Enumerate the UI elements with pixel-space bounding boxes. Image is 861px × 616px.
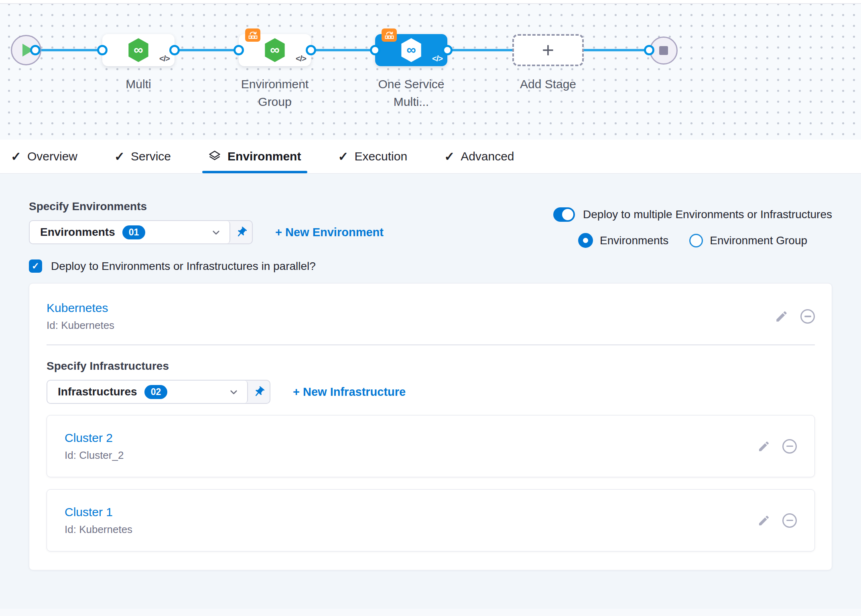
tab-advanced[interactable]: ✓ Advanced — [444, 140, 514, 173]
edit-environment-button[interactable] — [775, 310, 788, 323]
environment-title-link[interactable]: Kubernetes — [47, 301, 114, 315]
radio-unselected-icon — [689, 234, 703, 247]
remove-environment-button[interactable] — [800, 309, 815, 324]
infrastructures-dropdown-value-area[interactable]: Infrastructures 02 — [47, 381, 248, 403]
radio-environments[interactable]: Environments — [578, 233, 668, 248]
pin-infrastructures-button[interactable] — [248, 381, 270, 403]
pipeline-canvas[interactable]: ∞ </> ∞ </> — [0, 4, 861, 140]
parallel-deploy-checkbox-label: Deploy to Environments or Infrastructure… — [51, 260, 316, 273]
check-icon: ✓ — [11, 149, 21, 164]
connector-port — [306, 45, 316, 55]
environments-dropdown[interactable]: Environments 01 — [29, 220, 253, 244]
stage-label: Multi — [90, 75, 187, 93]
parallel-deploy-checkbox[interactable]: ✓ — [29, 259, 42, 273]
infinity-hexagon-icon: ∞ — [400, 37, 423, 63]
minus-circle-icon — [782, 513, 797, 528]
multi-environments-toggle[interactable] — [553, 207, 575, 222]
infinity-glyph: ∞ — [127, 37, 150, 63]
infrastructures-dropdown[interactable]: Infrastructures 02 — [47, 380, 270, 404]
tab-overview[interactable]: ✓ Overview — [11, 140, 77, 173]
infinity-glyph: ∞ — [263, 37, 286, 63]
environment-tab-content: Specify Environments Environments 01 + N… — [0, 174, 861, 570]
stage-label: Environment Group — [227, 75, 323, 111]
pencil-icon — [775, 310, 788, 323]
tab-service[interactable]: ✓ Service — [114, 140, 171, 173]
layers-icon — [208, 150, 221, 163]
infrastructure-title-link[interactable]: Cluster 2 — [65, 431, 124, 445]
connector-port — [442, 45, 453, 55]
connector-port — [169, 45, 180, 55]
infinity-hexagon-icon: ∞ — [263, 37, 286, 63]
bottom-strip — [0, 609, 861, 616]
stage-card-multi[interactable]: ∞ </> — [102, 34, 175, 66]
radio-selected-icon — [578, 233, 593, 248]
tab-environment[interactable]: Environment — [208, 140, 301, 173]
connector-port — [234, 45, 244, 55]
connector-port — [97, 45, 108, 55]
stage-tabbar: ✓ Overview ✓ Service Environment ✓ Execu… — [0, 140, 861, 174]
rolling-deploy-badge-icon — [245, 28, 260, 42]
active-tab-underline — [202, 171, 307, 173]
infrastructures-count-badge: 02 — [144, 385, 168, 399]
connector-port — [370, 45, 380, 55]
infrastructure-id-text: Id: Cluster_2 — [65, 449, 124, 462]
stop-icon — [659, 46, 668, 55]
add-stage-label: Add Stage — [500, 75, 596, 93]
new-infrastructure-link[interactable]: + New Infrastructure — [293, 385, 406, 399]
pin-environments-button[interactable] — [230, 221, 252, 243]
specify-infrastructures-heading: Specify Infrastructures — [47, 359, 815, 373]
infrastructures-dropdown-value: Infrastructures — [58, 385, 137, 398]
stage-card-environment-group[interactable]: ∞ </> — [239, 34, 311, 66]
divider — [47, 344, 815, 345]
deploy-mode-controls: Deploy to multiple Environments or Infra… — [553, 207, 832, 248]
top-toolbar-strip — [0, 0, 861, 4]
toggle-knob — [562, 209, 573, 220]
pencil-icon — [757, 514, 770, 527]
remove-infrastructure-button[interactable] — [782, 513, 797, 528]
environments-count-badge: 01 — [122, 225, 146, 239]
infrastructure-card-cluster-1: Cluster 1 Id: Kubernetes — [47, 489, 815, 551]
chevron-down-icon — [228, 387, 239, 397]
multi-environments-toggle-label: Deploy to multiple Environments or Infra… — [583, 208, 832, 221]
add-stage-button[interactable]: + — [512, 34, 584, 66]
minus-circle-icon — [800, 309, 815, 324]
new-environment-link[interactable]: + New Environment — [275, 226, 384, 239]
environments-dropdown-value-area[interactable]: Environments 01 — [30, 221, 230, 243]
infrastructure-title-link[interactable]: Cluster 1 — [65, 505, 132, 519]
code-glyph: </> — [296, 54, 306, 63]
stage-card-one-service-multi[interactable]: ∞ </> — [375, 34, 447, 66]
connector-port — [30, 45, 41, 55]
check-icon: ✓ — [444, 149, 455, 164]
check-icon: ✓ — [338, 149, 348, 164]
infinity-glyph: ∞ — [400, 37, 423, 63]
connector-port — [644, 45, 654, 55]
edit-infrastructure-button[interactable] — [757, 514, 770, 527]
chevron-down-icon — [211, 227, 221, 238]
environment-card-kubernetes: Kubernetes Id: Kubernetes Specify Infras… — [29, 283, 832, 570]
code-glyph: </> — [159, 54, 170, 63]
infinity-hexagon-icon: ∞ — [127, 37, 150, 63]
remove-infrastructure-button[interactable] — [782, 439, 797, 454]
code-glyph: </> — [432, 54, 443, 63]
pencil-icon — [757, 440, 770, 453]
check-icon: ✓ — [114, 149, 125, 164]
minus-circle-icon — [782, 439, 797, 454]
infrastructure-id-text: Id: Kubernetes — [65, 523, 132, 536]
infrastructure-card-cluster-2: Cluster 2 Id: Cluster_2 — [47, 415, 815, 477]
check-icon: ✓ — [32, 261, 39, 272]
stage-label: One Service Multi... — [363, 75, 459, 111]
tab-execution[interactable]: ✓ Execution — [338, 140, 407, 173]
environment-id-text: Id: Kubernetes — [47, 319, 114, 332]
environments-dropdown-value: Environments — [40, 226, 115, 239]
rolling-deploy-badge-icon — [382, 28, 397, 42]
edit-infrastructure-button[interactable] — [757, 440, 770, 453]
radio-environment-group[interactable]: Environment Group — [689, 234, 807, 247]
